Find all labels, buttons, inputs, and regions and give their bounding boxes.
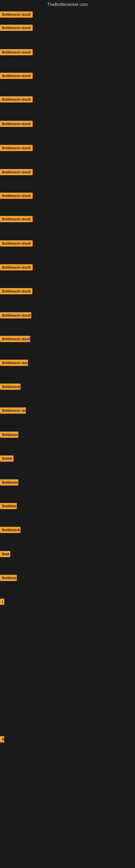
bottleneck-badge: B bbox=[0, 736, 4, 742]
bottleneck-result-item: Bottlenec bbox=[0, 432, 18, 439]
bottleneck-badge: Bottleneck res bbox=[0, 407, 26, 414]
bottleneck-badge: Bottleneck result bbox=[0, 73, 33, 79]
bottleneck-badge: Bottleneck result bbox=[0, 240, 33, 247]
bottleneck-badge: Bottleneck result bbox=[0, 11, 33, 18]
bottleneck-result-item: Bottleneck result bbox=[0, 336, 30, 343]
bottleneck-badge: Bottleneck resu bbox=[0, 360, 28, 366]
bottleneck-badge: Bottle bbox=[0, 456, 13, 462]
bottleneck-result-item: Bottleneck result bbox=[0, 96, 33, 104]
bottleneck-badge: Bottleneck result bbox=[0, 264, 33, 271]
bottleneck-result-item: Bottleneck bbox=[0, 527, 20, 534]
bottleneck-badge: Bottleneck result bbox=[0, 312, 31, 318]
bottleneck-badge: Bottleneck result bbox=[0, 49, 33, 55]
bottleneck-badge: | bbox=[0, 599, 4, 605]
bottleneck-result-item: Bottleneck result bbox=[0, 216, 33, 223]
bottleneck-result-item: Bottleneck result bbox=[0, 11, 33, 19]
bottleneck-badge: Bottlenec bbox=[0, 432, 18, 438]
bottleneck-result-item: Bottleneck result bbox=[0, 169, 33, 176]
bottleneck-badge: Bottleneck result bbox=[0, 25, 33, 31]
bottleneck-badge: Bottleneck bbox=[0, 383, 20, 390]
bottleneck-result-item: Bottlenec bbox=[0, 479, 18, 487]
bottleneck-result-item: Bottleneck result bbox=[0, 312, 31, 319]
bottleneck-badge: Bottleneck result bbox=[0, 96, 33, 102]
bottleneck-result-item: Bottleneck result bbox=[0, 121, 33, 128]
site-title: TheBottlenecker.com bbox=[0, 0, 135, 9]
bottleneck-badge: Bottleneck result bbox=[0, 336, 30, 342]
bottleneck-badge: Bottleneck result bbox=[0, 169, 33, 175]
bottleneck-badge: Bottlene bbox=[0, 575, 17, 581]
bottleneck-badge: Bott bbox=[0, 551, 10, 557]
bottleneck-result-item: Bottleneck result bbox=[0, 264, 33, 272]
bottleneck-result-item: Bott bbox=[0, 551, 10, 558]
bottleneck-badge: Bottlenec bbox=[0, 479, 18, 486]
bottleneck-result-item: Bottleneck result bbox=[0, 145, 33, 152]
bottleneck-result-item: Bottleneck result bbox=[0, 49, 33, 56]
bottleneck-result-item: Bottleneck result bbox=[0, 73, 33, 80]
bottleneck-result-item: | bbox=[0, 599, 4, 606]
bottleneck-badge: Bottleneck result bbox=[0, 288, 32, 294]
bottleneck-result-item: Bottleneck bbox=[0, 383, 20, 391]
bottleneck-badge: Bottleneck result bbox=[0, 193, 33, 199]
bottleneck-badge: Bottlene bbox=[0, 503, 17, 509]
bottleneck-result-item: Bottle bbox=[0, 456, 13, 463]
bottleneck-result-item: Bottleneck result bbox=[0, 288, 32, 296]
bottleneck-result-item: Bottleneck res bbox=[0, 407, 26, 415]
bottleneck-result-item: Bottlene bbox=[0, 503, 17, 510]
bottleneck-result-item: Bottleneck resu bbox=[0, 360, 28, 367]
bottleneck-result-item: Bottleneck result bbox=[0, 193, 33, 200]
bottleneck-result-item: Bottlene bbox=[0, 575, 17, 582]
bottleneck-badge: Bottleneck result bbox=[0, 216, 33, 222]
bottleneck-badge: Bottleneck result bbox=[0, 121, 33, 127]
bottleneck-badge: Bottleneck bbox=[0, 527, 20, 533]
bottleneck-result-item: Bottleneck result bbox=[0, 25, 33, 32]
bottleneck-result-item: B bbox=[0, 736, 4, 744]
bottleneck-badge: Bottleneck result bbox=[0, 145, 33, 151]
bottleneck-result-item: Bottleneck result bbox=[0, 240, 33, 248]
